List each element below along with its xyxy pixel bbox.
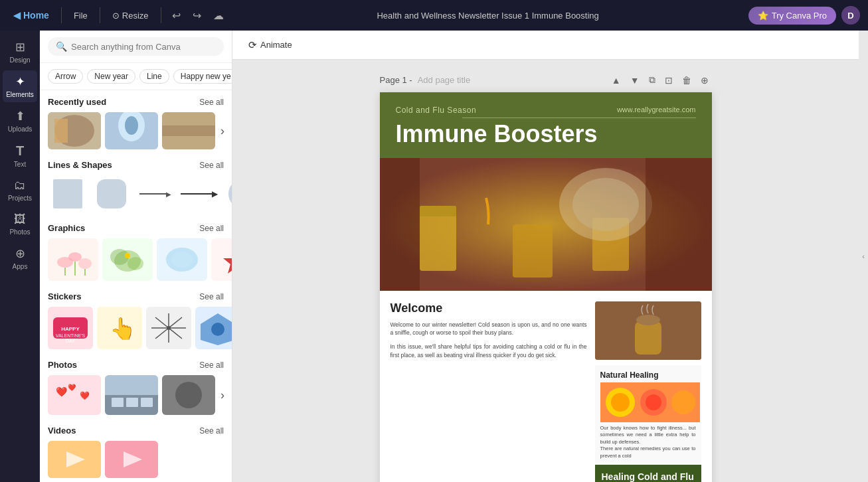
natural-healing-title: Natural Healing [600, 370, 696, 380]
hero-image[interactable] [380, 158, 712, 291]
animate-icon: ⟳ [248, 39, 257, 51]
diffuser-image[interactable] [595, 301, 701, 360]
svg-rect-40 [141, 398, 153, 407]
tag-new-year[interactable]: New year [87, 69, 135, 84]
photos-see-all[interactable]: See all [199, 361, 224, 370]
file-button[interactable]: File [68, 8, 93, 23]
animate-button[interactable]: ⟳ Animate [243, 37, 298, 54]
page-copy-button[interactable]: ⧉ [646, 73, 659, 87]
left-panel: 🔍 Arrow New year Line Happy new ye › Rec… [40, 31, 232, 482]
svg-text:VALENTINE'S: VALENTINE'S [56, 333, 86, 338]
redo-button[interactable]: ↪ [189, 7, 205, 25]
healing-box: Healing Cold and Flu Naturally Unexpecte… [595, 465, 701, 482]
sidebar-item-elements[interactable]: ✦ Elements [3, 70, 37, 102]
elements-icon: ✦ [15, 74, 25, 89]
search-input[interactable] [71, 42, 216, 52]
lines-shapes-section: Lines & Shapes See all [48, 160, 224, 212]
shape-arrow-line[interactable] [179, 175, 219, 212]
stickers-see-all[interactable]: See all [199, 292, 224, 301]
recently-used-next-arrow[interactable]: › [220, 124, 224, 138]
natural-healing-section: Natural Healing [595, 365, 701, 465]
page-more-button[interactable]: ⊕ [697, 73, 712, 87]
photo-hearts[interactable]: ❤️ ❤️ ❤️ [48, 375, 101, 415]
graphic-1[interactable] [48, 238, 98, 281]
canvas-area: ⟳ Animate Page 1 - Add page title ▲ ▼ ⧉ … [232, 31, 859, 482]
page-up-button[interactable]: ▲ [608, 73, 624, 87]
tag-happy-new-year[interactable]: Happy new ye [173, 69, 232, 84]
photos-next-arrow[interactable]: › [220, 388, 224, 402]
graphic-2[interactable] [102, 238, 153, 281]
topbar-left: ◀ Home File ⊙ Resize ↩ ↪ ☁ [8, 7, 228, 25]
svg-point-30 [167, 326, 171, 330]
shape-rounded-rect[interactable] [92, 175, 131, 212]
text-icon: T [16, 143, 24, 159]
recent-thumb-3[interactable] [162, 112, 215, 149]
graphic-4[interactable] [211, 238, 232, 281]
avatar[interactable]: D [841, 6, 860, 25]
video-1[interactable] [48, 441, 101, 478]
svg-point-42 [175, 382, 202, 408]
svg-rect-38 [112, 398, 124, 407]
recently-used-header: Recently used See all [48, 97, 224, 107]
right-collapse-handle[interactable]: ‹ [859, 31, 868, 482]
sticker-pointing-hand[interactable]: 👆 [97, 307, 142, 349]
photos-section: Photos See all ❤️ ❤️ ❤️ [48, 360, 224, 415]
sticker-sparkle[interactable] [146, 307, 191, 349]
svg-point-9 [68, 252, 82, 262]
sidebar-item-projects[interactable]: 🗂 Projects [3, 175, 37, 206]
page-down-button[interactable]: ▼ [627, 73, 643, 87]
tag-arrow[interactable]: Arrow [48, 69, 83, 84]
sidebar-item-design[interactable]: ⊞ Design [3, 36, 37, 68]
sidebar-item-photos[interactable]: 🖼 Photos [3, 208, 37, 240]
lines-shapes-header: Lines & Shapes See all [48, 160, 224, 170]
sidebar-item-apps[interactable]: ⊕ Apps [3, 242, 37, 274]
lines-shapes-see-all[interactable]: See all [199, 161, 224, 170]
shape-square[interactable] [48, 175, 88, 212]
page-container: Page 1 - Add page title ▲ ▼ ⧉ ⊡ 🗑 ⊕ ↻ [380, 73, 712, 482]
photo-dark[interactable] [162, 375, 215, 415]
stickers-grid: HAPPY VALENTINE'S DAY 👆 [48, 307, 224, 349]
sidebar-item-uploads[interactable]: ⬆ Uploads [3, 105, 37, 137]
save-cloud-button[interactable]: ☁ [209, 7, 228, 25]
page-delete-button[interactable]: 🗑 [679, 73, 695, 87]
resize-button[interactable]: ⊙ Resize [107, 8, 154, 23]
videos-section: Videos See all [48, 426, 224, 478]
design-icon: ⊞ [15, 40, 25, 54]
videos-see-all[interactable]: See all [199, 426, 224, 436]
search-bar: 🔍 [40, 31, 232, 63]
canvas-scroll[interactable]: Page 1 - Add page title ▲ ▼ ⧉ ⊡ 🗑 ⊕ ↻ [232, 60, 859, 482]
page-title-input[interactable]: Add page title [418, 75, 471, 85]
newsletter-header-top: Cold and Flu Season www.reallygreatsite.… [396, 106, 696, 115]
svg-text:👆: 👆 [110, 316, 136, 341]
newsletter-page[interactable]: ↻ Cold and Flu Season www.reallygreatsit… [380, 92, 712, 482]
recent-thumb-1[interactable] [48, 112, 101, 149]
home-button[interactable]: ◀ Home [8, 7, 54, 23]
photo-classroom[interactable] [105, 375, 158, 415]
projects-icon: 🗂 [14, 179, 26, 193]
graphics-see-all[interactable]: See all [199, 224, 224, 233]
natural-healing-text2: There are natural remedies you can use t… [600, 445, 696, 459]
divider-2 [100, 7, 100, 23]
svg-point-58 [636, 315, 660, 325]
svg-text:❤️: ❤️ [80, 390, 90, 400]
welcome-heading: Welcome [391, 301, 587, 315]
undo-button[interactable]: ↩ [168, 7, 185, 25]
svg-point-64 [671, 390, 695, 414]
tag-line[interactable]: Line [139, 69, 169, 84]
sidebar-item-text[interactable]: T Text [3, 139, 37, 172]
try-pro-button[interactable]: ⭐ Try Canva Pro [748, 7, 836, 25]
sticker-valentine[interactable]: HAPPY VALENTINE'S DAY [48, 307, 93, 349]
video-2[interactable] [105, 441, 158, 478]
graphic-3[interactable] [157, 238, 207, 281]
stickers-header: Stickers See all [48, 291, 224, 301]
page-duplicate-button[interactable]: ⊡ [661, 73, 676, 87]
natural-healing-image[interactable] [600, 382, 696, 422]
shape-line[interactable] [135, 175, 175, 212]
recently-used-see-all[interactable]: See all [199, 98, 224, 107]
shape-circle[interactable] [223, 175, 232, 212]
recently-used-title: Recently used [48, 97, 106, 107]
svg-point-53 [572, 178, 639, 231]
sticker-blue-shape[interactable] [195, 307, 232, 349]
stickers-title: Stickers [48, 291, 82, 301]
recent-thumb-2[interactable] [105, 112, 158, 149]
